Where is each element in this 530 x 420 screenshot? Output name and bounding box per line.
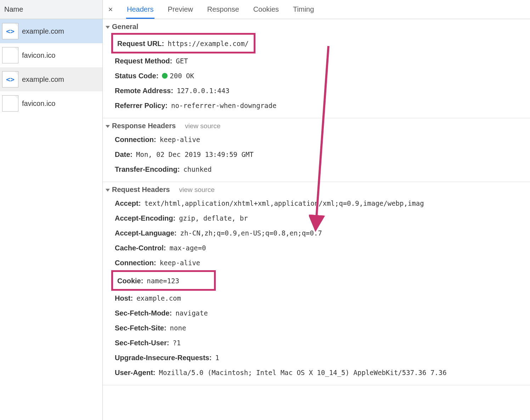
disclosure-icon [106,26,110,29]
value: Mozilla/5.0 (Macintosh; Intel Mac OS X 1… [159,367,446,378]
tab-cookies[interactable]: Cookies [253,0,280,19]
disclosure-icon [106,125,110,128]
section-header-request[interactable]: Request Headers view source [103,185,530,196]
row-req-connection: Connection keep-alive [103,255,530,270]
document-icon: <> [2,71,18,87]
section-header-response[interactable]: Response Headers view source [103,121,530,132]
status-code-text: 200 OK [170,72,194,80]
row-req-upgrade-insecure: Upgrade-Insecure-Requests 1 [103,350,530,365]
request-list-item[interactable]: <>example.com [0,67,102,91]
label: Accept-Encoding [115,212,175,224]
request-list-header: Name [0,0,102,19]
row-request-method: Request Method GET [103,53,530,68]
document-icon: <> [2,23,18,39]
label: Sec-Fetch-Site [115,322,167,334]
tab-preview[interactable]: Preview [167,0,194,19]
row-req-sec-fetch-mode: Sec-Fetch-Mode navigate [103,306,530,320]
row-req-cookie: Cookie name=123 [115,273,182,288]
request-list-panel: Name <>example.comfavicon.ico<>example.c… [0,0,103,420]
section-header-general[interactable]: General [103,22,530,33]
row-request-url: Request URL https://example.com/ [115,36,252,51]
label-request-url: Request URL [117,38,164,50]
request-list: <>example.comfavicon.ico<>example.comfav… [0,19,102,420]
value: 1 [215,352,219,363]
label: Connection [115,134,156,146]
section-response-headers: Response Headers view source Connection … [103,118,530,182]
row-req-user-agent: User-Agent Mozilla/5.0 (Macintosh; Intel… [103,365,530,380]
value: gzip, deflate, br [179,212,248,224]
value-request-method: GET [176,55,188,67]
detail-tabs: × HeadersPreviewResponseCookiesTiming [103,0,530,19]
disclosure-icon [106,189,110,192]
label: Connection [115,257,156,269]
row-status-code: Status Code 200 OK [103,68,530,83]
request-list-item[interactable]: favicon.ico [0,91,102,115]
value: none [170,322,186,334]
highlight-cookie: Cookie name=123 [111,270,216,291]
row-referrer-policy: Referrer Policy no-referrer-when-downgra… [103,98,530,113]
view-source-link[interactable]: view source [179,186,214,194]
status-dot-icon [162,73,168,79]
row-req-accept-encoding: Accept-Encoding gzip, deflate, br [103,211,530,226]
value-request-url: https://example.com/ [168,38,249,49]
row-req-sec-fetch-user: Sec-Fetch-User ?1 [103,335,530,350]
label: Upgrade-Insecure-Requests [115,352,212,364]
value-remote-address: 127.0.0.1:443 [177,85,230,96]
label: Accept-Language [115,227,176,239]
label: User-Agent [115,367,155,379]
detail-panel: × HeadersPreviewResponseCookiesTiming Ge… [103,0,530,420]
tab-headers[interactable]: Headers [126,0,154,19]
value: keep-alive [160,134,200,145]
headers-detail: General Request URL https://example.com/… [103,19,530,420]
value-status-code: 200 OK [162,70,194,81]
value: Mon, 02 Dec 2019 13:49:59 GMT [136,149,254,160]
value: zh-CN,zh;q=0.9,en-US;q=0.8,en;q=0.7 [180,227,322,239]
blank-file-icon [2,95,18,112]
row-remote-address: Remote Address 127.0.0.1:443 [103,83,530,98]
tab-timing[interactable]: Timing [292,0,315,19]
value: ?1 [173,337,181,348]
row-resp-date: Date Mon, 02 Dec 2019 13:49:59 GMT [103,147,530,162]
label-status-code: Status Code [115,70,158,82]
section-title: Request Headers [112,186,170,193]
value: max-age=0 [169,242,206,254]
value-referrer-policy: no-referrer-when-downgrade [171,100,276,111]
value: chunked [183,164,212,175]
row-req-accept-language: Accept-Language zh-CN,zh;q=0.9,en-US;q=0… [103,226,530,240]
tab-response[interactable]: Response [207,0,240,19]
request-list-item-label: favicon.ico [22,100,56,108]
label-remote-address: Remote Address [115,85,173,97]
section-title: General [112,23,138,30]
row-resp-transfer-encoding: Transfer-Encoding chunked [103,162,530,177]
label: Cache-Control [115,242,166,254]
label: Transfer-Encoding [115,163,180,175]
label-referrer-policy: Referrer Policy [115,100,168,112]
label: Cookie [117,275,143,287]
label: Accept [115,197,141,209]
row-resp-connection: Connection keep-alive [103,132,530,147]
label: Host [115,292,133,304]
row-req-host: Host example.com [103,291,530,306]
request-list-item-label: example.com [22,27,64,35]
row-req-sec-fetch-site: Sec-Fetch-Site none [103,320,530,335]
label: Sec-Fetch-User [115,337,169,349]
highlight-request-url: Request URL https://example.com/ [111,33,255,53]
request-list-item-label: example.com [22,75,64,84]
label: Sec-Fetch-Mode [115,307,172,319]
view-source-link[interactable]: view source [185,122,220,130]
request-list-item[interactable]: favicon.ico [0,43,102,67]
row-req-cache-control: Cache-Control max-age=0 [103,240,530,255]
value: keep-alive [160,257,200,268]
value: name=123 [147,275,179,286]
value: example.com [136,293,181,304]
section-title: Response Headers [112,122,176,130]
request-list-item-label: favicon.ico [22,51,56,59]
section-general: General Request URL https://example.com/… [103,19,530,118]
value: text/html,application/xhtml+xml,applicat… [144,198,424,209]
row-req-accept: Accept text/html,application/xhtml+xml,a… [103,196,530,211]
close-icon[interactable]: × [106,5,115,15]
request-list-item[interactable]: <>example.com [0,19,102,43]
label-request-method: Request Method [115,55,172,67]
value: navigate [175,307,208,319]
blank-file-icon [2,47,18,63]
